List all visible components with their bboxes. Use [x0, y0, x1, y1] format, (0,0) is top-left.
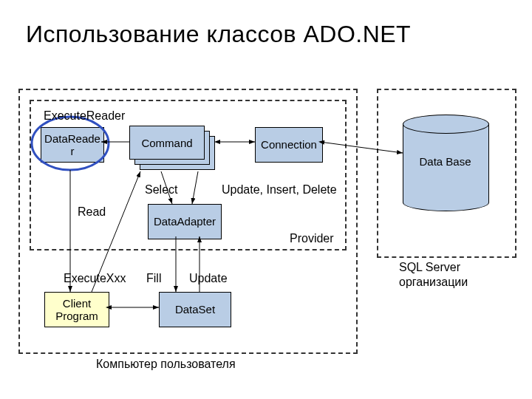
connection-box: Connection [255, 127, 323, 163]
user-computer-caption: Компьютер пользователя [96, 358, 236, 371]
command-stack: Command [129, 126, 206, 163]
label-fill: Fill [146, 272, 161, 285]
database-label: Data Base [403, 155, 488, 168]
client-box: Client Program [44, 292, 109, 327]
label-select: Select [145, 183, 177, 197]
dataset-box: DataSet [159, 292, 231, 327]
database-cylinder: Data Base [403, 115, 488, 211]
provider-label: Provider [290, 232, 334, 245]
label-read: Read [78, 205, 106, 219]
label-executereader: ExecuteReader [44, 109, 125, 123]
dataadapter-box: DataAdapter [148, 204, 222, 239]
slide-title: Использование классов ADO.NET [26, 21, 411, 48]
label-update: Update [189, 272, 228, 285]
label-uid: Update, Insert, Delete [222, 183, 337, 197]
server-caption: SQL Server организации [399, 260, 517, 290]
command-box: Command [129, 126, 205, 160]
datareader-box: DataReader [41, 127, 104, 163]
label-executexxx: ExecuteXxx [64, 272, 126, 285]
